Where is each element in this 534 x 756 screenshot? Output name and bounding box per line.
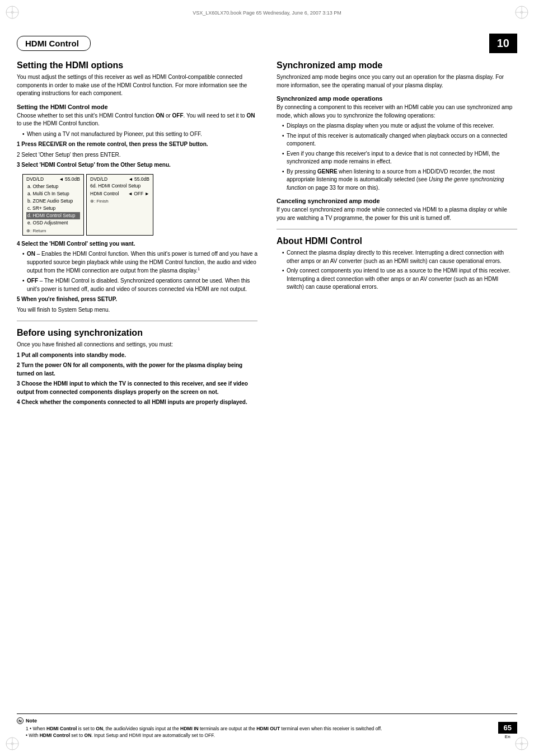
before-sync-intro: Once you have finished all connections a…: [17, 341, 257, 349]
osd-box1-title: a. Other Setup: [26, 183, 80, 190]
header-bar: HDMI Control 10: [17, 34, 517, 53]
note-section: N Note 1 • When HDMI Control is set to O…: [17, 713, 517, 739]
header-title: HDMI Control: [17, 36, 91, 51]
off-bullet: OFF – The HDMI Control is disabled. Sync…: [22, 277, 257, 293]
step-2: 2 Select 'Other Setup' then press ENTER.: [17, 151, 257, 159]
osd-item-3: d. HDMI Control Setup: [26, 212, 80, 219]
section-before-sync-title: Before using synchronization: [17, 328, 257, 338]
corner-mark-tl: [4, 4, 20, 20]
step-1: 1 Press RECEIVER on the remote control, …: [17, 140, 257, 149]
page-number-box: 65 En: [498, 722, 517, 739]
sync-bullet-3: Even if you change this receiver's input…: [282, 150, 517, 166]
page: VSX_LX60LX70.book Page 65 Wednesday, Jun…: [0, 0, 534, 756]
sync-step-1: 1 Put all components into standby mode.: [17, 351, 257, 360]
osd-item-1: b. ZONE Audio Setup: [26, 198, 80, 205]
main-content: Setting the HDMI options You must adjust…: [17, 60, 517, 717]
sync-amp-ops-bullets: Displays on the plasma display when you …: [277, 122, 517, 192]
osd-box-2: DVD/LD ◄ 55.0dB 6d. HDMI Control Setup H…: [86, 174, 153, 236]
corner-mark-tr: [514, 4, 530, 20]
sync-amp-ops-title: Synchronized amp mode operations: [277, 95, 517, 102]
osd-hdmi-control-row: HDMI Control ◄ OFF ►: [90, 190, 149, 197]
osd-box-1: DVD/LD ◄ 55.0dB a. Other Setup a. Multi …: [22, 174, 84, 236]
step-4-title: 4 Select the 'HDMI Control' setting you …: [17, 240, 257, 248]
sync-amp-intro: Synchronized amp mode begins once you ca…: [277, 73, 517, 90]
osd-item-0: a. Multi Ch In Setup: [26, 190, 80, 198]
control-mode-bullet-1: When using a TV not manufactured by Pion…: [22, 130, 257, 139]
note-icon: N: [17, 717, 24, 724]
subsection-control-mode-title: Setting the HDMI Control mode: [17, 104, 257, 110]
step-3: 3 Select 'HDMI Control Setup' from the O…: [17, 161, 257, 170]
right-column: Synchronized amp mode Synchronized amp m…: [272, 60, 517, 717]
note-line-1: 1 • When HDMI Control is set to ON, the …: [17, 726, 517, 732]
sync-step-3: 3 Choose the HDMI input to which the TV …: [17, 380, 257, 396]
osd-box1-header: DVD/LD ◄ 55.0dB: [26, 176, 80, 182]
file-info: VSX_LX60LX70.book Page 65 Wednesday, Jun…: [193, 10, 341, 16]
step-5-sub: You will finish to System Setup menu.: [17, 306, 257, 314]
divider-1: [17, 321, 257, 321]
osd-screenshot: DVD/LD ◄ 55.0dB a. Other Setup a. Multi …: [22, 174, 257, 236]
cancel-sync-title: Canceling synchronized amp mode: [277, 198, 517, 204]
about-hdmi-bullet-1: Connect the plasma display directly to t…: [282, 249, 517, 265]
sync-amp-ops-intro: By connecting a component to this receiv…: [277, 104, 517, 120]
page-number: 65: [498, 722, 517, 734]
sync-bullet-4: By pressing GENRE when listening to a so…: [282, 168, 517, 192]
step-5: 5 When you're finished, press SETUP.: [17, 295, 257, 304]
cancel-sync-text: If you cancel synchronized amp mode whil…: [277, 206, 517, 222]
control-mode-text: Choose whether to set this unit's HDMI C…: [17, 112, 257, 128]
on-off-bullets: ON – Enables the HDMI Control function. …: [17, 250, 257, 293]
osd-box2-header: DVD/LD ◄ 55.0dB 6d. HDMI Control Setup: [90, 176, 149, 189]
osd-box2-footer: ⊕: Finish: [90, 199, 149, 204]
on-bullet: ON – Enables the HDMI Control function. …: [22, 250, 257, 275]
osd-item-2: c. SR+ Setup: [26, 205, 80, 212]
section-about-hdmi-title: About HDMI Control: [277, 236, 517, 246]
divider-2: [277, 229, 517, 229]
osd-box1-footer: ⊕: Return: [26, 228, 80, 233]
sync-bullet-2: The input of this receiver is automatica…: [282, 132, 517, 148]
sync-step-2: 2 Turn the power ON for all components, …: [17, 361, 257, 378]
about-hdmi-bullet-2: Only connect components you intend to us…: [282, 267, 517, 292]
left-column: Setting the HDMI options You must adjust…: [17, 60, 262, 717]
section-sync-amp-title: Synchronized amp mode: [277, 60, 517, 71]
note-title: N Note: [17, 717, 517, 724]
setting-hdmi-intro: You must adjust the settings of this rec…: [17, 73, 257, 98]
sync-bullet-1: Displays on the plasma display when you …: [282, 122, 517, 130]
about-hdmi-bullets: Connect the plasma display directly to t…: [277, 249, 517, 292]
sync-step-4: 4 Check whether the components connected…: [17, 398, 257, 407]
osd-item-4: e. OSD Adjustment: [26, 219, 80, 227]
section-setting-hdmi-title: Setting the HDMI options: [17, 60, 257, 71]
page-lang: En: [498, 734, 517, 739]
note-line-2: • With HDMI Control set to ON. Input Set…: [17, 732, 517, 739]
chapter-number: 10: [489, 34, 517, 53]
control-mode-bullets: When using a TV not manufactured by Pion…: [17, 130, 257, 139]
